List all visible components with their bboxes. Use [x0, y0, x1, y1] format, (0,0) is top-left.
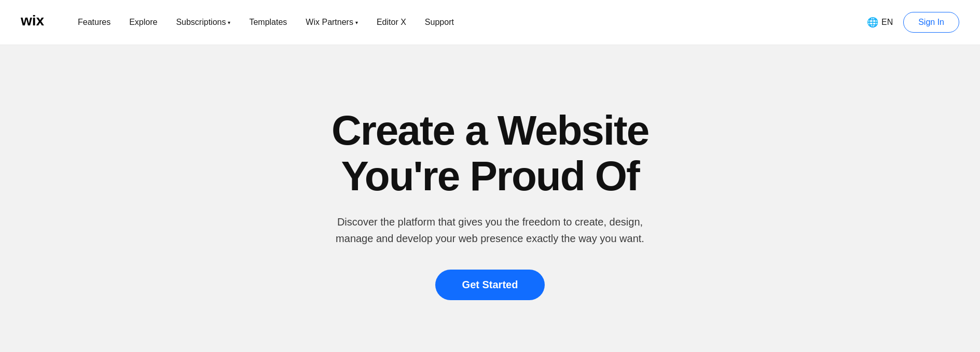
hero-section: Create a Website You're Proud Of Discove…: [0, 45, 980, 352]
hero-subtitle: Discover the platform that gives you the…: [335, 214, 646, 247]
nav-wix-partners[interactable]: Wix Partners ▾: [306, 18, 358, 27]
get-started-button[interactable]: Get Started: [435, 270, 545, 300]
nav-features[interactable]: Features: [78, 18, 111, 27]
nav-subscriptions[interactable]: Subscriptions ▾: [176, 18, 230, 27]
hero-title: Create a Website You're Proud Of: [332, 108, 648, 199]
nav-explore[interactable]: Explore: [129, 18, 157, 27]
nav-links: Features Explore Subscriptions ▾ Templat…: [78, 18, 867, 27]
nav-editor-x[interactable]: Editor X: [377, 18, 406, 27]
nav-right: 🌐 EN Sign In: [867, 12, 959, 33]
sign-in-button[interactable]: Sign In: [903, 12, 959, 33]
subscriptions-chevron-icon: ▾: [228, 20, 230, 25]
navbar: wix Features Explore Subscriptions ▾ Tem…: [0, 0, 980, 45]
svg-text:wix: wix: [21, 14, 45, 29]
nav-templates[interactable]: Templates: [249, 18, 287, 27]
nav-support[interactable]: Support: [425, 18, 454, 27]
language-label: EN: [881, 18, 893, 27]
language-selector[interactable]: 🌐 EN: [867, 17, 893, 28]
wix-partners-chevron-icon: ▾: [355, 20, 358, 25]
wix-logo[interactable]: wix: [21, 14, 52, 31]
globe-icon: 🌐: [867, 17, 878, 28]
